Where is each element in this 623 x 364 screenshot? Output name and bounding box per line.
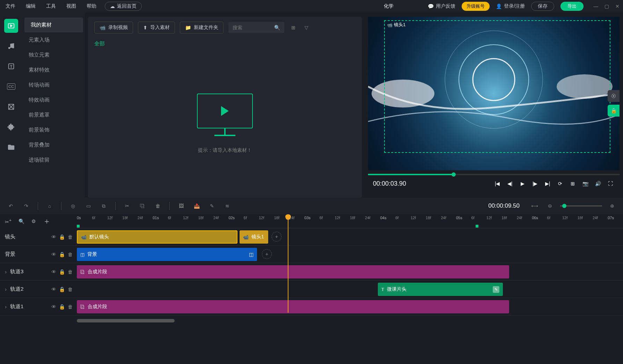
minimize-button[interactable]: — <box>593 3 598 9</box>
login-button[interactable]: 👤 登录/注册 <box>496 3 525 9</box>
sidebar-item-effect[interactable]: 素材特效 <box>22 62 85 77</box>
settings-icon[interactable]: ⚙ <box>31 218 36 224</box>
volume-button[interactable]: 🔊 <box>594 179 602 188</box>
snapshot-button[interactable]: 📷 <box>581 179 589 188</box>
next-frame-button[interactable]: ▶| <box>543 179 552 188</box>
add-clip-button[interactable]: + <box>262 249 272 259</box>
lock-icon[interactable]: 🔒 <box>59 252 65 257</box>
sidebar-item-mymedia[interactable]: 我的素材 <box>24 17 83 32</box>
eye-icon[interactable]: 👁 <box>51 287 56 292</box>
sidebar-item-overlay[interactable]: 背景叠加 <box>22 138 85 153</box>
clip-title-intro[interactable]: T微课片头✎ <box>378 283 503 296</box>
preview-canvas[interactable]: 📹 镜头1 ⦿ 🔒 <box>368 17 620 170</box>
pattern-icon[interactable] <box>4 100 18 114</box>
play-button[interactable]: ▶ <box>518 179 527 188</box>
anchor-button[interactable]: ⌂ <box>44 201 55 211</box>
crop-button[interactable]: ✂ <box>122 201 132 211</box>
maximize-button[interactable]: ▢ <box>604 3 609 9</box>
clip-background[interactable]: ◫背景◫ <box>77 248 257 261</box>
menu-tool[interactable]: 工具 <box>44 2 58 11</box>
playhead[interactable] <box>288 215 288 313</box>
preview-progress[interactable] <box>368 174 620 175</box>
sidebar-item-mask[interactable]: 前景遮罩 <box>22 107 85 122</box>
fullscreen-button[interactable]: ⛶ <box>606 179 615 188</box>
menu-help[interactable]: 帮助 <box>85 2 98 11</box>
sidebar-item-fx-anim[interactable]: 特效动画 <box>22 92 85 107</box>
lock-icon[interactable]: 🔒 <box>59 287 65 292</box>
newfolder-button[interactable]: 📁新建文件夹 <box>180 22 223 34</box>
menu-view[interactable]: 视图 <box>64 2 78 11</box>
layers-button[interactable]: ≋ <box>222 201 233 211</box>
upgrade-button[interactable]: 升级账号 <box>462 2 490 11</box>
subtitle-icon[interactable]: CC <box>4 80 18 94</box>
folder-icon[interactable] <box>4 140 18 154</box>
undo-button[interactable]: ↶ <box>6 201 16 211</box>
clip-compose-1[interactable]: ⿻合成片段 <box>77 300 509 313</box>
feedback-button[interactable]: 💬 用户反馈 <box>428 3 455 9</box>
safe-area-button[interactable]: ⦿ <box>608 90 620 102</box>
clip-compose-3[interactable]: ⿻合成片段 <box>77 265 509 278</box>
sidebar-item-stay[interactable]: 进场驻留 <box>22 153 85 168</box>
selection-box[interactable]: 📹 镜头1 <box>384 20 610 153</box>
prev-frame-button[interactable]: |◀ <box>493 179 501 188</box>
clip-shot1[interactable]: 📹镜头1 <box>240 230 268 244</box>
ratio-icon[interactable]: ▭ <box>83 201 94 211</box>
search-input[interactable] <box>233 25 271 30</box>
music-icon[interactable] <box>4 39 18 53</box>
sidebar-item-element[interactable]: 独立元素 <box>22 47 85 62</box>
step-back-button[interactable]: ◀| <box>506 179 514 188</box>
grid-view-icon[interactable]: ⊞ <box>289 23 298 32</box>
trash-icon[interactable]: 🗑 <box>68 269 73 275</box>
expand-icon[interactable]: › <box>5 304 7 310</box>
trash-icon[interactable]: 🗑 <box>68 252 73 257</box>
image-button[interactable]: 🖼 <box>176 201 186 211</box>
magnet-icon[interactable]: 🔍 <box>19 218 24 224</box>
redo-button[interactable]: ↷ <box>21 201 31 211</box>
delete-button[interactable]: 🗑 <box>153 201 163 211</box>
timeline-scrollbar[interactable] <box>0 318 623 323</box>
eye-icon[interactable]: 👁 <box>51 269 56 275</box>
mirror-icon[interactable]: ⧉ <box>98 201 109 211</box>
close-button[interactable]: ✕ <box>615 3 620 9</box>
trash-icon[interactable]: 🗑 <box>68 234 73 240</box>
grid-button[interactable]: ⊞ <box>569 179 577 188</box>
lock-icon[interactable]: 🔒 <box>59 304 65 310</box>
add-clip-button[interactable]: + <box>272 232 281 242</box>
filter-icon[interactable]: ▽ <box>302 23 310 32</box>
trash-icon[interactable]: 🗑 <box>68 287 73 292</box>
lock-button[interactable]: 🔒 <box>608 105 620 117</box>
target-icon[interactable]: ◎ <box>68 201 78 211</box>
loop-button[interactable]: ⟳ <box>556 179 564 188</box>
search-box[interactable]: 🔍 <box>228 22 284 33</box>
sidebar-item-entrance[interactable]: 元素入场 <box>22 32 85 47</box>
lock-icon[interactable]: 🔒 <box>59 234 65 240</box>
eye-icon[interactable]: 👁 <box>51 234 56 240</box>
step-fwd-button[interactable]: |▶ <box>531 179 539 188</box>
menu-edit[interactable]: 编辑 <box>24 2 38 11</box>
expand-icon[interactable]: › <box>5 269 7 275</box>
export-button[interactable]: 导出 <box>560 2 584 11</box>
media-icon[interactable] <box>4 19 18 33</box>
eyedropper-icon[interactable]: ✎ <box>493 286 499 293</box>
zoom-slider[interactable] <box>560 205 602 207</box>
expand-icon[interactable]: › <box>5 286 7 292</box>
eye-icon[interactable]: 👁 <box>51 304 56 310</box>
trash-icon[interactable]: 🗑 <box>68 304 73 310</box>
record-button[interactable]: 📹录制视频 <box>94 22 133 34</box>
zoom-in-button[interactable]: ⊕ <box>607 201 617 211</box>
all-tab[interactable]: 全部 <box>88 38 362 49</box>
menu-file[interactable]: 文件 <box>3 2 17 11</box>
eye-icon[interactable]: 👁 <box>51 252 56 257</box>
add-track-button[interactable]: ＋ <box>43 216 51 226</box>
save-button[interactable]: 保存 <box>531 2 554 11</box>
razor-icon[interactable]: ✂+ <box>5 218 12 225</box>
clip-default-shot[interactable]: 📹默认镜头 <box>77 230 237 244</box>
copy-button[interactable]: ⿻ <box>137 201 148 211</box>
plugin-icon[interactable] <box>4 120 18 134</box>
timeline-ruler[interactable]: 0s6f12f18f24f01s6f12f18f24f02s6f12f18f24… <box>77 214 623 228</box>
zoom-out-button[interactable]: ⊖ <box>545 201 555 211</box>
sidebar-item-transition[interactable]: 转场动画 <box>22 77 85 92</box>
home-button[interactable]: ☁ 返回首页 <box>105 2 142 11</box>
sidebar-item-decor[interactable]: 前景装饰 <box>22 122 85 138</box>
lock-icon[interactable]: 🔒 <box>59 269 65 275</box>
